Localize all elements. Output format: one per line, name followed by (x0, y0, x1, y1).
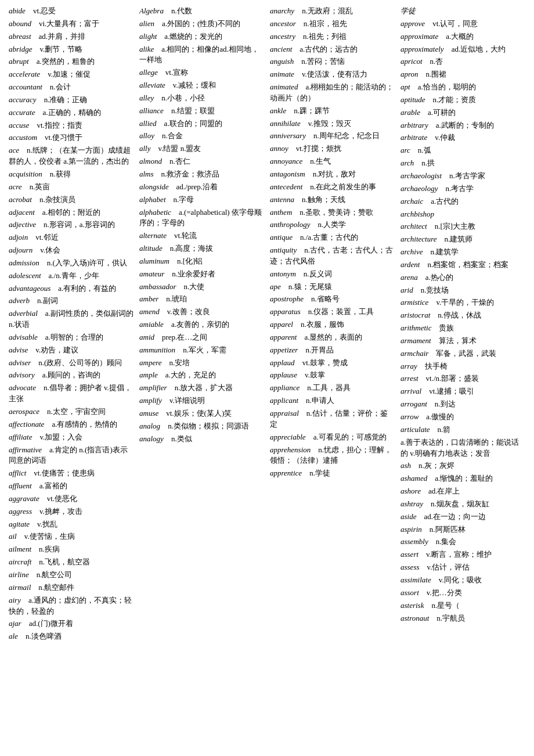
definition: vt.打搅；烦扰 (296, 144, 341, 153)
definition: n.(入学,入场)许可，供认 (47, 258, 128, 267)
list-item: apparent a.显然的，表面的 (270, 332, 395, 343)
definition: n.业余爱好者 (172, 269, 215, 278)
list-item: acre n.英亩 (9, 182, 134, 193)
word: annoyance (270, 157, 302, 165)
list-item: archbishop (400, 209, 525, 220)
column-1: abide vt.忍受abound vi.大量具有；富于abreast ad.并… (9, 6, 134, 643)
list-item: adjective n.形容词，a.形容词的 (9, 219, 134, 231)
definition: vt.鼓掌，赞成 (302, 358, 348, 367)
word: adviser (9, 358, 31, 367)
definition: n.灰；灰烬 (418, 461, 454, 470)
definition: n.字母 (174, 195, 194, 204)
list-item: 学徒 (400, 6, 525, 17)
definition: a.可耕的 (428, 108, 456, 117)
word: archaic (400, 197, 423, 206)
list-item: armchair 军备，武器，武装 (400, 348, 525, 359)
list-item: amid prep.在…之间 (139, 332, 264, 343)
word: appetizer (270, 345, 298, 354)
definition: v.同化；吸收 (439, 575, 482, 584)
definition: n.副词 (37, 296, 58, 305)
word: animated (270, 82, 298, 91)
word: anthem (270, 208, 292, 217)
definition: n.琥珀 (166, 294, 187, 303)
list-item: advise v.劝告，建议 (9, 345, 134, 356)
word: amiable (139, 320, 164, 329)
definition: v.劝告，建议 (35, 345, 78, 354)
list-item: aspirin n.阿斯匹林 (400, 524, 525, 535)
word: archaeology (400, 184, 438, 193)
list-item: arithmetic 贵族 (400, 323, 525, 334)
definition: v.把…分类 (427, 588, 462, 597)
word: apparent (270, 333, 297, 341)
list-item: apparel n.衣服，服饰 (270, 319, 395, 330)
word: antonym (270, 269, 296, 278)
list-item: assembly n.集会 (400, 537, 525, 548)
definition: a.联合的；同盟的 (164, 119, 222, 128)
list-item: archaeologist n.考古学家 (400, 171, 525, 182)
word: assert (400, 550, 418, 559)
column-4: 学徒approve vt.认可，同意approximate a.大概的appro… (400, 6, 525, 643)
list-item: aggress v.挑衅，攻击 (9, 506, 134, 517)
definition: a.相同的；相像的ad.相同地，一样地 (139, 45, 259, 64)
list-item: alms n.救济金；救济品 (139, 169, 264, 180)
list-item: a.善于表达的，口齿清晰的；能说话的 v.明确有力地表达；发音 (400, 437, 525, 459)
list-item: alleviate v.减轻；缓和 (139, 80, 264, 91)
word: alloy (139, 131, 154, 140)
word: armament (400, 336, 431, 345)
list-item: ampere n.安培 (139, 358, 264, 369)
definition: v.加速；催促 (48, 70, 91, 78)
definition: n.杂技演员 (39, 195, 75, 204)
definition: vt.使习惯于 (45, 133, 82, 142)
word: arrogant (400, 399, 427, 408)
word: airmail (9, 583, 31, 592)
list-item: architect n.[宗]大主教 (400, 221, 525, 232)
definition: n.救济金；救济品 (161, 170, 220, 178)
definition: a.大的，充足的 (165, 370, 216, 379)
word: articulate (400, 425, 430, 434)
definition: 贵族 (439, 323, 454, 332)
word: ambassador (139, 282, 176, 291)
definition: prep.在…之间 (162, 333, 207, 341)
word: adverbial (9, 309, 38, 318)
word: amid (139, 333, 154, 341)
list-item: amend v.改善；改良 (139, 307, 264, 318)
definition: a.外国的；(性质)不同的 (162, 19, 240, 28)
list-item: adverb n.副词 (9, 296, 134, 307)
definition: a.大概的 (446, 32, 474, 41)
definition: n.星号（ (431, 601, 460, 610)
definition: 算法，算术 (439, 336, 477, 345)
word: adjourn (9, 246, 33, 254)
word: ammunition (139, 345, 175, 354)
list-item: apprehension n.忧虑，担心；理解，领悟；（法律）逮捕 (270, 445, 395, 467)
list-item: alley n.小巷，小径 (139, 93, 264, 104)
word: aircraft (9, 557, 31, 566)
word: amend (139, 307, 160, 316)
list-item: amuse vt.娱乐；使(某人)笑 (139, 408, 264, 419)
word: alphabetic (139, 208, 171, 217)
list-item: arch n.拱 (400, 158, 525, 169)
word: accuracy (9, 95, 37, 104)
column-2: Algebra n.代数alien a.外国的；(性质)不同的alight a.… (139, 6, 264, 643)
word: advantageous (9, 284, 50, 293)
word: annoy (270, 144, 288, 153)
word: ashamed (400, 474, 427, 483)
definition: n.放大器，扩大器 (175, 383, 233, 392)
list-item: arable a.可耕的 (400, 107, 525, 118)
word: abrupt (9, 57, 29, 66)
word: arbitrate (400, 133, 427, 142)
word: array (400, 362, 417, 370)
definition: n./a.古董；古代的 (300, 233, 358, 242)
word: astronaut (400, 614, 429, 622)
definition: vt./n.部署；盛装 (426, 374, 479, 383)
word: Algebra (139, 6, 164, 15)
word: abide (9, 6, 26, 15)
list-item: apron n.围裙 (400, 69, 525, 80)
word: architect (400, 222, 427, 231)
definition: n.疾病 (39, 545, 60, 553)
list-item: aggravate vt.使恶化 (9, 494, 134, 505)
word: ale (9, 632, 18, 640)
definition: n.人类学 (318, 220, 347, 229)
word: aggravate (9, 494, 39, 503)
list-item: asterisk n.星号（ (400, 600, 525, 611)
list-item: antiquity n.古代，古老；古代人；古迹；古代风俗 (270, 245, 395, 267)
